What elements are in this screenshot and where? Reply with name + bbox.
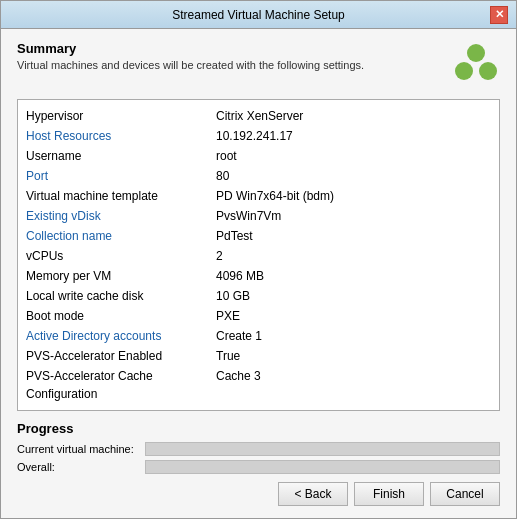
main-window: Streamed Virtual Machine Setup ✕ Summary… xyxy=(0,0,517,519)
info-row: Host Resources10.192.241.17 xyxy=(26,126,491,146)
progress-title: Progress xyxy=(17,421,500,436)
summary-title: Summary xyxy=(17,41,442,56)
info-value: PdTest xyxy=(216,227,253,245)
info-value: PD Win7x64-bit (bdm) xyxy=(216,187,334,205)
overall-progress-bar xyxy=(145,460,500,474)
info-value: 4096 MB xyxy=(216,267,264,285)
info-row: Local write cache disk10 GB xyxy=(26,286,491,306)
info-value: 2 xyxy=(216,247,223,265)
info-row: PVS-Accelerator Cache ConfigurationCache… xyxy=(26,366,491,404)
info-value: PXE xyxy=(216,307,240,325)
info-row: vCPUs2 xyxy=(26,246,491,266)
info-row: Active Directory accountsCreate 1 xyxy=(26,326,491,346)
info-row: Virtual machine templatePD Win7x64-bit (… xyxy=(26,186,491,206)
info-row: Port80 xyxy=(26,166,491,186)
info-label: Memory per VM xyxy=(26,267,216,285)
cancel-button[interactable]: Cancel xyxy=(430,482,500,506)
info-value: Citrix XenServer xyxy=(216,107,303,125)
info-label: Active Directory accounts xyxy=(26,327,216,345)
overall-label: Overall: xyxy=(17,461,137,473)
info-label: Host Resources xyxy=(26,127,216,145)
current-vm-label: Current virtual machine: xyxy=(17,443,137,455)
info-value: 10.192.241.17 xyxy=(216,127,293,145)
citrix-logo-icon xyxy=(452,41,500,89)
svg-point-1 xyxy=(455,62,473,80)
info-label: Local write cache disk xyxy=(26,287,216,305)
progress-section: Progress Current virtual machine: Overal… xyxy=(17,421,500,474)
info-row: Collection namePdTest xyxy=(26,226,491,246)
info-rows-container: HypervisorCitrix XenServerHost Resources… xyxy=(26,106,491,404)
settings-info-box: HypervisorCitrix XenServerHost Resources… xyxy=(17,99,500,411)
info-value: True xyxy=(216,347,240,365)
summary-text-area: Summary Virtual machines and devices wil… xyxy=(17,41,442,71)
finish-button[interactable]: Finish xyxy=(354,482,424,506)
footer: < Back Finish Cancel xyxy=(1,474,516,518)
info-label: Port xyxy=(26,167,216,185)
close-button[interactable]: ✕ xyxy=(490,6,508,24)
current-vm-progress-bar xyxy=(145,442,500,456)
info-row: Boot modePXE xyxy=(26,306,491,326)
info-label: PVS-Accelerator Enabled xyxy=(26,347,216,365)
info-label: Boot mode xyxy=(26,307,216,325)
info-row: HypervisorCitrix XenServer xyxy=(26,106,491,126)
svg-point-2 xyxy=(479,62,497,80)
info-label: Virtual machine template xyxy=(26,187,216,205)
info-row: Usernameroot xyxy=(26,146,491,166)
info-label: Existing vDisk xyxy=(26,207,216,225)
overall-progress-row: Overall: xyxy=(17,460,500,474)
svg-point-0 xyxy=(467,44,485,62)
current-vm-progress-row: Current virtual machine: xyxy=(17,442,500,456)
back-button[interactable]: < Back xyxy=(278,482,348,506)
info-label: Username xyxy=(26,147,216,165)
content-area: Summary Virtual machines and devices wil… xyxy=(1,29,516,474)
info-label: PVS-Accelerator Cache Configuration xyxy=(26,367,216,403)
info-value: root xyxy=(216,147,237,165)
summary-section: Summary Virtual machines and devices wil… xyxy=(17,41,500,89)
info-value: Create 1 xyxy=(216,327,262,345)
window-title: Streamed Virtual Machine Setup xyxy=(27,8,490,22)
summary-description: Virtual machines and devices will be cre… xyxy=(17,59,442,71)
info-label: Collection name xyxy=(26,227,216,245)
info-label: Hypervisor xyxy=(26,107,216,125)
title-bar: Streamed Virtual Machine Setup ✕ xyxy=(1,1,516,29)
info-value: PvsWin7Vm xyxy=(216,207,281,225)
info-value: 10 GB xyxy=(216,287,250,305)
info-row: Memory per VM4096 MB xyxy=(26,266,491,286)
info-label: vCPUs xyxy=(26,247,216,265)
info-row: PVS-Accelerator EnabledTrue xyxy=(26,346,491,366)
info-row: Existing vDiskPvsWin7Vm xyxy=(26,206,491,226)
info-value: 80 xyxy=(216,167,229,185)
info-value: Cache 3 xyxy=(216,367,261,403)
